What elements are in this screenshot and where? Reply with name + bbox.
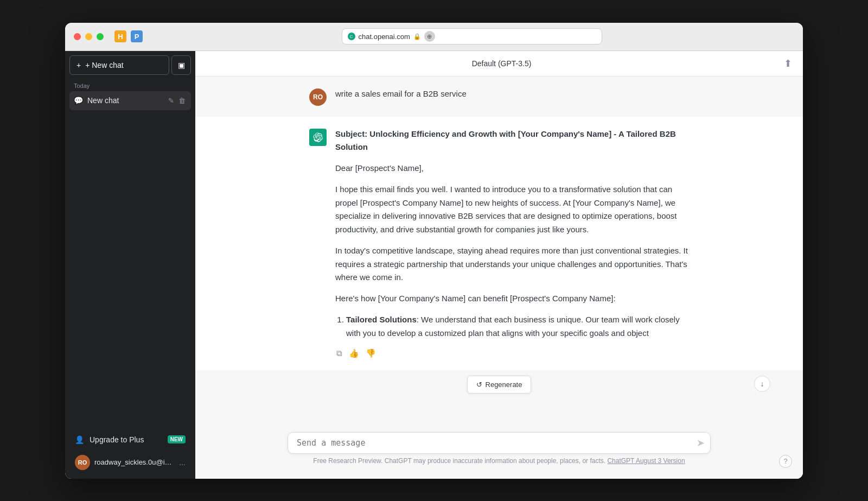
chat-messages[interactable]: RO write a sales email for a B2B service xyxy=(195,77,803,426)
help-icon: ? xyxy=(783,457,787,465)
new-chat-button[interactable]: + + New chat xyxy=(69,55,169,75)
message-actions: ⧉ 👍 👎 xyxy=(335,347,689,359)
user-message-content: write a sales email for a B2B service xyxy=(335,87,689,106)
new-chat-label: + New chat xyxy=(85,61,123,69)
address-bar[interactable]: C chat.openai.com 🔒 ⊕ xyxy=(342,28,602,45)
today-label: Today xyxy=(69,79,191,91)
greeting-text: Dear [Prospect's Name], xyxy=(335,162,689,175)
scroll-down-icon: ↓ xyxy=(761,379,764,388)
model-name: Default (GPT-3.5) xyxy=(472,59,532,68)
disclaimer-text: Free Research Preview. ChatGPT may produ… xyxy=(288,454,711,470)
sidebar-bottom: 👤 Upgrade to Plus NEW RO roadway_sickles… xyxy=(69,431,191,474)
thumbs-up-icon: 👍 xyxy=(349,348,359,358)
regenerate-icon: ↺ xyxy=(476,380,482,389)
thumbs-down-icon: 👎 xyxy=(366,348,376,358)
share-icon: ⬆ xyxy=(784,58,792,69)
list-item-1-label: Tailored Solutions xyxy=(346,315,417,324)
send-button[interactable]: ➤ xyxy=(697,437,705,449)
delete-chat-button[interactable]: 🗑 xyxy=(177,96,187,106)
layout-icon: ▣ xyxy=(178,61,185,69)
para3-text: Here's how [Your Company's Name] can ben… xyxy=(335,292,689,306)
lock-icon: 🔒 xyxy=(413,33,421,40)
chat-item-actions: ✎ 🗑 xyxy=(167,96,187,106)
upgrade-person-icon: 👤 xyxy=(75,435,84,444)
para1-text: I hope this email finds you well. I want… xyxy=(335,183,689,237)
username-text: roadway_sickles.0u@icl... xyxy=(94,458,175,466)
assistant-avatar-msg xyxy=(309,129,327,146)
para2-text: In today's competitive landscape, stayin… xyxy=(335,244,689,284)
user-avatar: RO xyxy=(75,455,90,470)
disclaimer-content: Free Research Preview. ChatGPT may produ… xyxy=(313,457,605,465)
assistant-message-content: Subject: Unlocking Efficiency and Growth… xyxy=(335,128,689,360)
regenerate-button[interactable]: ↺ Regenerate xyxy=(467,376,532,394)
chat-item-label: New chat xyxy=(87,96,163,105)
upgrade-to-plus-button[interactable]: 👤 Upgrade to Plus NEW xyxy=(69,431,191,448)
benefits-list: Tailored Solutions: We understand that e… xyxy=(335,313,689,340)
chat-header: Default (GPT-3.5) ⬆ xyxy=(195,51,803,77)
address-bar-more[interactable]: ⊕ xyxy=(424,31,435,42)
chat-input-area: ➤ Free Research Preview. ChatGPT may pro… xyxy=(255,426,743,477)
thumbs-down-button[interactable]: 👎 xyxy=(365,347,377,359)
extension-icon-2[interactable]: P xyxy=(131,30,143,42)
scroll-down-button[interactable]: ↓ xyxy=(754,376,770,392)
fullscreen-button[interactable] xyxy=(97,33,104,40)
regenerate-area: ↺ Regenerate ↓ xyxy=(195,370,803,396)
input-area-wrapper: ➤ Free Research Preview. ChatGPT may pro… xyxy=(195,426,803,479)
thumbs-up-button[interactable]: 👍 xyxy=(348,347,360,359)
chat-main: Default (GPT-3.5) ⬆ RO write a sales ema… xyxy=(195,51,803,479)
browser-extensions: H P xyxy=(114,30,143,42)
message-input-box: ➤ xyxy=(288,432,711,454)
extension-icon-1[interactable]: H xyxy=(114,30,126,42)
sidebar: + + New chat ▣ Today 💬 New chat ✎ 🗑 👤 xyxy=(65,51,195,479)
new-chat-plus-icon: + xyxy=(76,61,81,69)
sidebar-layout-button[interactable]: ▣ xyxy=(171,55,191,75)
chat-list-item[interactable]: 💬 New chat ✎ 🗑 xyxy=(69,91,191,110)
edit-chat-button[interactable]: ✎ xyxy=(167,96,175,106)
close-button[interactable] xyxy=(74,33,81,40)
user-avatar-msg: RO xyxy=(309,88,327,106)
minimize-button[interactable] xyxy=(85,33,92,40)
assistant-message-text: Subject: Unlocking Efficiency and Growth… xyxy=(335,128,689,340)
traffic-lights xyxy=(74,33,104,40)
site-favicon: C xyxy=(348,33,355,40)
user-menu-button[interactable]: ... xyxy=(179,458,186,467)
send-icon: ➤ xyxy=(697,437,705,449)
share-button[interactable]: ⬆ xyxy=(784,58,792,69)
regenerate-label: Regenerate xyxy=(486,380,522,389)
new-badge: NEW xyxy=(168,435,186,443)
copy-message-button[interactable]: ⧉ xyxy=(335,347,343,359)
upgrade-label: Upgrade to Plus xyxy=(90,435,144,444)
copy-icon: ⧉ xyxy=(336,348,342,358)
chat-bubble-icon: 💬 xyxy=(74,96,83,105)
assistant-message-row: Subject: Unlocking Efficiency and Growth… xyxy=(309,128,689,360)
user-profile-row[interactable]: RO roadway_sickles.0u@icl... ... xyxy=(69,451,191,474)
message-input[interactable] xyxy=(297,438,686,448)
browser-chrome: H P C chat.openai.com 🔒 ⊕ xyxy=(65,23,803,51)
list-item-1: Tailored Solutions: We understand that e… xyxy=(346,313,689,340)
new-chat-bar: + + New chat ▣ xyxy=(69,55,191,75)
user-message-row: RO write a sales email for a B2B service xyxy=(309,87,689,106)
url-text: chat.openai.com xyxy=(359,33,410,41)
subject-line: Subject: Unlocking Efficiency and Growth… xyxy=(335,129,676,152)
help-button[interactable]: ? xyxy=(779,455,792,468)
disclaimer-link[interactable]: ChatGPT August 3 Version xyxy=(607,457,685,465)
user-message-text: write a sales email for a B2B service xyxy=(335,87,689,101)
